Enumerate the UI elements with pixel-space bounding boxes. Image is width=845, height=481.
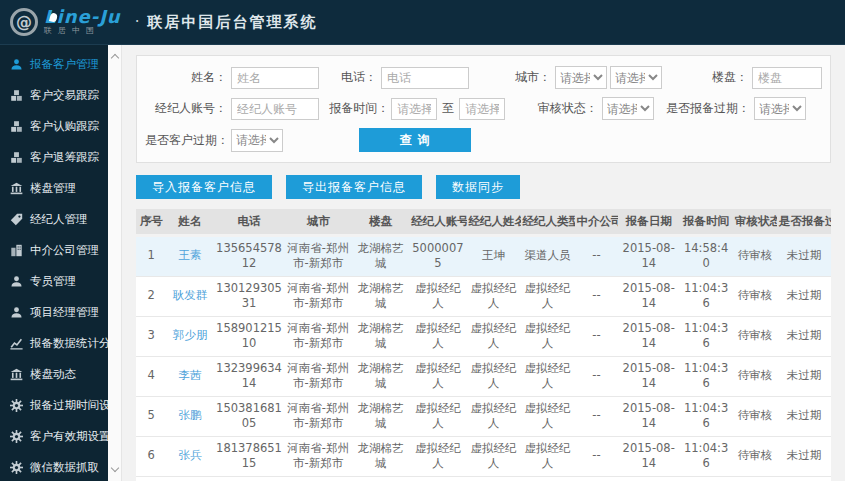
table-cell: -- [575,436,619,476]
field-estate: 楼盘： [662,67,822,89]
sidebar-item-0[interactable]: 报备客户管理 [0,49,108,80]
name-input[interactable] [231,67,319,89]
sidebar-item-10[interactable]: 楼盘动态 [0,359,108,390]
column-header: 城市 [284,209,351,235]
sidebar-item-6[interactable]: 中介公司管理 [0,235,108,266]
table-cell: 龙湖棉艺城 [352,356,409,396]
sidebar-item-13[interactable]: 微信数据抓取 [0,452,108,481]
table-cell: 11:04:36 [679,396,733,436]
table-cell: 2015-08-14 [618,235,679,276]
customer-expired-select[interactable]: 请选择 [231,129,283,152]
table-header: 序号姓名电话城市楼盘经纪人账号经纪人姓名经纪人类型中介公司报备日期报备时间审核状… [136,209,831,235]
city-district-select[interactable]: 请选择 [610,66,662,89]
field-city: 城市： 请选择 请选择 [469,66,662,89]
phone-label: 电话： [319,69,381,86]
report-time-from-input[interactable] [391,98,437,120]
customer-name-link[interactable]: 耿发群 [173,288,208,302]
sidebar-scrollbar[interactable] [108,45,122,481]
logo-subtitle: 联居中国 [44,27,121,35]
customer-name-link[interactable]: 李茜 [178,368,201,382]
boxes-icon [10,120,23,133]
table-cell: 虚拟经纪人 [409,276,466,316]
report-expired-select[interactable]: 请选择 [754,97,806,120]
table-cell: 龙湖棉艺城 [352,476,409,481]
customer-expired-label: 是否客户过期： [145,132,231,149]
table-cell: 5 [136,396,166,436]
audit-status-select[interactable]: 请选择 [602,97,654,120]
table-cell: 待审核 [733,436,777,476]
table-cell: 未过期 [777,316,831,356]
table-body: 1王素13565457812河南省-郑州市-新郑市龙湖棉艺城50000075王坤… [136,235,831,481]
sidebar-item-9[interactable]: 报备数据统计分析 [0,328,108,359]
search-form-row-1: 姓名： 电话： 城市： 请选择 请选择 楼盘： [145,66,822,89]
customer-name-link[interactable]: 郭少朋 [173,328,208,342]
search-button[interactable]: 查 询 [359,128,471,152]
sidebar-item-5[interactable]: 经纪人管理 [0,204,108,235]
phone-input[interactable] [381,67,469,89]
sidebar-item-4[interactable]: 楼盘管理 [0,173,108,204]
sidebar-item-8[interactable]: 项目经理管理 [0,297,108,328]
column-header: 姓名 [166,209,213,235]
top-header: @ Line-Ju 联居中国 · 联居中国后台管理系统 [0,0,845,45]
table-cell: 2015-08-14 [618,356,679,396]
sidebar-item-11[interactable]: 报备过期时间设置 [0,390,108,421]
table-cell: 15890121510 [214,316,285,356]
search-form-row-3: 是否客户过期： 请选择 查 询 [145,128,822,152]
table-cell: 虚拟经纪人 [467,316,521,356]
table-cell: 未过期 [777,476,831,481]
data-sync-button[interactable]: 数据同步 [436,175,520,199]
sidebar-item-7[interactable]: 专员管理 [0,266,108,297]
sidebar-item-1[interactable]: 客户交易跟踪 [0,80,108,111]
table-cell: 3 [136,316,166,356]
customer-name-link[interactable]: 王素 [178,248,201,262]
table-cell: 待审核 [733,396,777,436]
user-icon [10,275,23,288]
table-cell: 2015-08-14 [618,476,679,481]
table-cell: -- [575,396,619,436]
scroll-up-icon[interactable] [111,54,119,62]
table-cell: 未过期 [777,276,831,316]
export-report-button[interactable]: 导出报备客户信息 [286,175,422,199]
table-cell: 虚拟经纪人 [521,476,575,481]
table-cell: 待审核 [733,276,777,316]
scroll-down-icon[interactable] [111,464,119,472]
user-icon [10,306,23,319]
field-phone: 电话： [319,67,469,89]
table-cell: 虚拟经纪人 [467,476,521,481]
field-agent-account: 经纪人账号： [145,98,319,120]
table-cell: 未过期 [777,356,831,396]
sidebar-item-3[interactable]: 客户退筹跟踪 [0,142,108,173]
table-cell: 虚拟经纪人 [521,356,575,396]
table-cell: 待审核 [733,356,777,396]
table-cell: 龙湖棉艺城 [352,436,409,476]
table-cell: 11:04:36 [679,356,733,396]
estate-label: 楼盘： [662,69,752,86]
table-cell: 待审核 [733,476,777,481]
table-row: 4李茜13239963414河南省-郑州市-新郑市龙湖棉艺城虚拟经纪人虚拟经纪人… [136,356,831,396]
city-province-select[interactable]: 请选择 [555,66,607,89]
table-cell: 14:58:40 [679,235,733,276]
sidebar-item-label: 楼盘管理 [30,181,76,196]
sidebar-item-12[interactable]: 客户有效期设置 [0,421,108,452]
import-report-button[interactable]: 导入报备客户信息 [136,175,272,199]
table-cell: 王素 [166,235,213,276]
table-cell: 虚拟经纪人 [467,396,521,436]
report-expired-label: 是否报备过期： [664,100,754,117]
field-report-time: 报备时间： 至 [329,98,505,120]
customer-name-link[interactable]: 张鹏 [178,408,201,422]
gear-icon [10,461,23,474]
estate-input[interactable] [752,67,822,89]
report-time-to-input[interactable] [459,98,505,120]
customer-name-link[interactable]: 张兵 [178,448,201,462]
sidebar-item-2[interactable]: 客户认购跟踪 [0,111,108,142]
agent-account-input[interactable] [231,98,319,120]
table-cell: -- [575,356,619,396]
field-report-expired: 是否报备过期： 请选择 [664,97,822,120]
chart-icon [10,337,23,350]
table-cell: 虚拟经纪人 [409,356,466,396]
logo-at-icon: @ [10,8,38,36]
column-header: 经纪人类型 [521,209,575,235]
app-window: @ Line-Ju 联居中国 · 联居中国后台管理系统 报备客户管理客户交易跟踪… [0,0,845,481]
table-cell: 1 [136,235,166,276]
gear-icon [10,399,23,412]
